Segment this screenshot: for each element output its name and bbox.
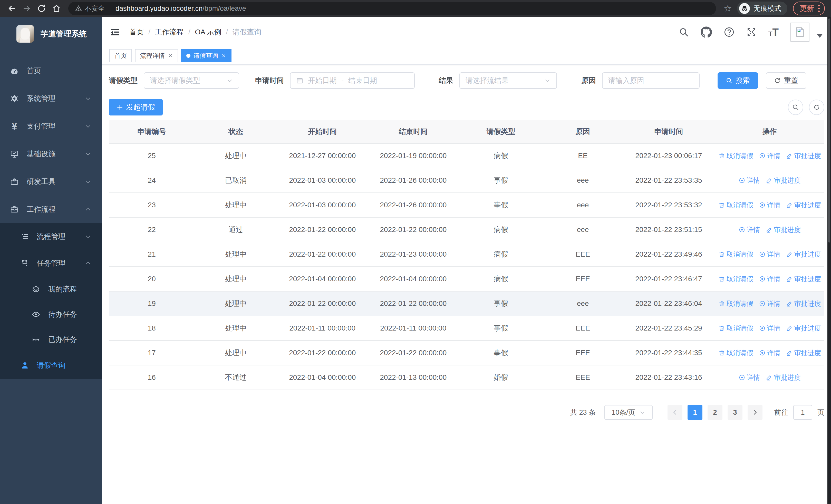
reset-button[interactable]: 重置 (766, 72, 806, 89)
reason-input[interactable]: 请输入原因 (602, 72, 699, 89)
close-icon[interactable] (221, 53, 226, 58)
font-size-icon[interactable]: TT (768, 26, 779, 38)
result-select[interactable]: 请选择流结果 (459, 72, 557, 89)
cell-end-time: 2022-01-22 00:00:00 (368, 299, 459, 308)
help-icon[interactable] (724, 27, 735, 37)
home-icon[interactable] (51, 3, 62, 14)
detail-link[interactable]: 详情 (759, 324, 780, 333)
close-icon[interactable] (168, 53, 173, 58)
page-button-3[interactable]: 3 (727, 405, 742, 420)
sidebar-item-process-mgmt[interactable]: 流程管理 (0, 223, 102, 250)
sidebar-item-done-tasks[interactable]: 已办任务 (0, 327, 102, 352)
cancel-leave-link[interactable]: 取消请假 (718, 250, 753, 259)
tab-home[interactable]: 首页 (109, 49, 132, 62)
detail-link[interactable]: 详情 (759, 274, 780, 284)
sidebar-item-payment[interactable]: ¥ 支付管理 (0, 112, 102, 140)
approval-progress-link[interactable]: 审批进度 (786, 324, 821, 333)
search-button[interactable]: 搜索 (718, 72, 758, 89)
approval-progress-link[interactable]: 审批进度 (786, 201, 821, 210)
detail-link[interactable]: 详情 (739, 176, 760, 185)
cancel-leave-link[interactable]: 取消请假 (718, 299, 753, 308)
approval-progress-link[interactable]: 审批进度 (786, 299, 821, 308)
detail-link[interactable]: 详情 (759, 250, 780, 259)
leave-type-select[interactable]: 请选择请假类型 (144, 72, 239, 89)
security-warning[interactable]: 不安全 (75, 4, 105, 13)
col-header: 请假类型 (459, 127, 543, 137)
cell-leave-type: 病假 (459, 249, 543, 259)
sidebar-item-my-process[interactable]: 我的流程 (0, 277, 102, 302)
page-button-1[interactable]: 1 (688, 405, 703, 420)
cancel-leave-link[interactable]: 取消请假 (718, 324, 753, 333)
eye-icon (759, 202, 766, 208)
tab-process-detail[interactable]: 流程详情 (135, 49, 178, 62)
cell-start-time: 2022-01-22 00:00:00 (277, 349, 368, 357)
page-size-select[interactable]: 10条/页 (604, 405, 653, 420)
approval-progress-link[interactable]: 审批进度 (766, 225, 801, 234)
sidebar-item-home[interactable]: 首页 (0, 57, 102, 85)
refresh-icon (774, 77, 781, 84)
sidebar-item-label: 请假查询 (37, 360, 65, 370)
cancel-leave-link[interactable]: 取消请假 (718, 201, 753, 210)
breadcrumb-workflow[interactable]: 工作流程 (155, 27, 184, 37)
sidebar-item-infra[interactable]: 基础设施 (0, 140, 102, 168)
breadcrumb-oa-example[interactable]: OA 示例 (195, 27, 222, 37)
approval-progress-link[interactable]: 审批进度 (786, 151, 821, 160)
detail-link[interactable]: 详情 (759, 349, 780, 357)
approval-progress-link[interactable]: 审批进度 (786, 274, 821, 284)
cell-end-time: 2022-01-22 00:00:00 (368, 349, 459, 357)
cancel-leave-link[interactable]: 取消请假 (718, 349, 753, 357)
approval-progress-link[interactable]: 审批进度 (786, 250, 821, 259)
trash-icon (718, 251, 725, 258)
detail-link[interactable]: 详情 (759, 299, 780, 308)
sidebar-item-todo-tasks[interactable]: 待办任务 (0, 302, 102, 327)
approval-progress-link[interactable]: 审批进度 (766, 176, 801, 185)
browser-menu-icon[interactable] (818, 5, 820, 12)
breadcrumb-home[interactable]: 首页 (130, 27, 144, 37)
sidebar-item-devtools[interactable]: 研发工具 (0, 168, 102, 196)
approval-progress-link[interactable]: 审批进度 (766, 373, 801, 382)
detail-link[interactable]: 详情 (739, 225, 760, 234)
fullscreen-icon[interactable] (746, 27, 756, 37)
reload-icon[interactable] (36, 3, 47, 14)
pen-icon (766, 177, 773, 184)
plus-icon (116, 104, 123, 111)
search-icon[interactable] (679, 27, 689, 37)
sidebar-item-leave-query[interactable]: 请假查询 (0, 352, 102, 379)
bookmark-star-icon[interactable]: ☆ (724, 4, 732, 13)
detail-link[interactable]: 详情 (759, 201, 780, 210)
sidebar-toggle-icon[interactable] (110, 27, 120, 37)
refresh-table-button[interactable] (809, 99, 824, 115)
breadcrumb-separator: / (148, 28, 150, 36)
next-page-button[interactable] (748, 405, 763, 420)
trash-icon (718, 300, 725, 307)
toggle-search-button[interactable] (788, 99, 803, 115)
approval-progress-link[interactable]: 审批进度 (786, 349, 821, 357)
address-bar[interactable]: 不安全 dashboard.yudao.iocoder.cn/bpm/oa/le… (68, 2, 716, 15)
table-row: 23 处理中 2022-01-03 00:00:00 2022-01-26 00… (109, 193, 824, 217)
detail-link[interactable]: 详情 (739, 373, 760, 382)
logo-row[interactable]: 芋道管理系统 (0, 17, 102, 51)
prev-page-button[interactable] (667, 405, 682, 420)
sidebar-item-workflow[interactable]: 工作流程 (0, 196, 102, 223)
forward-icon[interactable] (21, 3, 32, 14)
apply-time-range-picker[interactable]: 开始日期 - 结束日期 (290, 72, 415, 89)
cancel-leave-link[interactable]: 取消请假 (718, 274, 753, 284)
sidebar-item-system[interactable]: 系统管理 (0, 85, 102, 112)
detail-link[interactable]: 详情 (759, 151, 780, 160)
goto-page-input[interactable]: 1 (793, 405, 812, 420)
avatar-dropdown-caret[interactable] (816, 34, 823, 38)
sidebar-item-task-mgmt[interactable]: 任务管理 (0, 250, 102, 277)
tab-leave-query[interactable]: 请假查询 (181, 49, 231, 62)
cell-start-time: 2022-01-03 00:00:00 (277, 201, 368, 209)
cancel-leave-link[interactable]: 取消请假 (718, 151, 753, 160)
github-icon[interactable] (700, 26, 712, 38)
back-icon[interactable] (6, 3, 18, 14)
cell-apply-time: 2022-01-22 23:53:35 (623, 176, 715, 184)
update-button[interactable]: 更新 (793, 2, 825, 16)
user-avatar-broken-image[interactable] (791, 23, 809, 41)
page-button-2[interactable]: 2 (708, 405, 722, 420)
scrollbar-thumb[interactable] (828, 19, 830, 242)
goto-label: 前往 (774, 408, 788, 417)
create-leave-button[interactable]: 发起请假 (109, 99, 163, 116)
page-scrollbar[interactable] (827, 17, 831, 504)
